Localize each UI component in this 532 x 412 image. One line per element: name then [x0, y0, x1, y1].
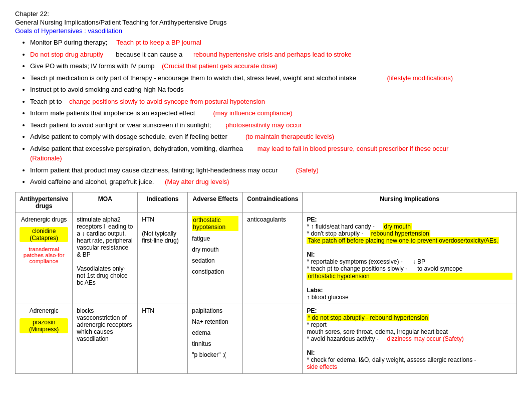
highlight-lifestyle: (lifestyle modifications): [387, 74, 453, 82]
ind-cell-1: HTN(Not typically first-line drug): [138, 213, 188, 304]
list-item-give-po: Give PO with meals; IV forms with IV pum…: [30, 61, 517, 71]
ae-edema: edema: [192, 329, 238, 336]
nursing-implications-list: Monitor BP during therapy; Teach pt to k…: [30, 38, 517, 187]
ae-constipation: constipation: [192, 268, 238, 275]
th-contra: Contraindications: [243, 192, 303, 213]
chapter-line1: Chapter 22:: [15, 10, 517, 18]
ni-side-effects: side effects: [307, 363, 337, 370]
ni-bp-down: ↓ BP: [413, 258, 425, 265]
highlight-bp-fall: may lead to fall in blood pressure, cons…: [257, 145, 449, 152]
highlight-do-not-stop: Do not stop drug abruptly: [30, 51, 103, 58]
ae-palpitations: palpitations: [192, 307, 238, 314]
list-item-dizziness: Inform patient that product may cause di…: [30, 165, 517, 175]
ni-patch-note: Take patch off before placing new one to…: [307, 237, 499, 244]
ni-cell-1: PE: * ↑ fluids/eat hard candy - dry mout…: [303, 213, 517, 304]
drug-badge-clonidine: clonidine (Catapres): [20, 227, 68, 242]
chapter-title: Chapter 22: General Nursing Implications…: [15, 10, 517, 35]
list-item-caffeine: Avoid caffeine and alcohol, grapefruit j…: [30, 177, 517, 187]
list-item-sunlight: Teach patient to avoid sunlight or wear …: [30, 120, 517, 130]
contra-cell-2: [243, 304, 303, 373]
ae-orthostatic: orthostatic hypotension: [192, 216, 238, 231]
ind-cell-2: HTN: [138, 304, 188, 373]
list-item-smoking: Instruct pt to avoid smoking and eating …: [30, 85, 517, 95]
th-ind: Indications: [138, 192, 188, 213]
ae-cell-1: orthostatic hypotension fatigue dry mout…: [188, 213, 243, 304]
list-item-do-not-stop: Do not stop drug abruptly because it can…: [30, 50, 517, 60]
list-item-dosage: Advise patient to comply with dosage sch…: [30, 132, 517, 142]
drug-badge-prazosin: prazosin (Minipress): [20, 318, 68, 333]
ae-sedation: sedation: [192, 257, 238, 264]
chapter-line2: General Nursing Implications/Patient Tea…: [15, 19, 517, 26]
highlight-safety: (Safety): [296, 166, 319, 174]
ni-do-not-stop: * do not stop abruptly - rebound hyperte…: [307, 314, 429, 321]
th-ni: Nursing Implications: [303, 192, 517, 213]
th-ae: Adverse Effects: [188, 192, 243, 213]
drug-category-1: Adrenergic drugs: [20, 216, 68, 223]
ae-fatigue: fatigue: [192, 235, 238, 242]
list-item-perspiration: Advise patient that excessive perspirati…: [30, 144, 517, 163]
drug-table: Antihypertensive drugs MOA Indications A…: [15, 192, 517, 374]
goals-title: Goals of Hypertensives : vasodilation: [15, 27, 517, 35]
drug-note-transdermal: transdermal patches also-for compliance: [20, 246, 68, 264]
ni-dry-mouth: dry mouth: [383, 223, 411, 230]
highlight-positions: change positions slowly to avoid syncope…: [69, 98, 265, 105]
moa-cell-2: blocks vasoconstriction of adrenergic re…: [73, 304, 138, 373]
list-item-impotence: Inform male patients that impotence is a…: [30, 108, 517, 118]
contra-cell-1: anticoagulants: [243, 213, 303, 304]
list-item-monitor-bp: Monitor BP during therapy; Teach pt to k…: [30, 38, 517, 48]
highlight-drug-levels: (May alter drug levels): [165, 178, 229, 185]
ae-na-retention: Na+ retention: [192, 318, 238, 325]
list-item-positions: Teach pt to change positions slowly to a…: [30, 97, 517, 107]
list-item-medication-part: Teach pt medication is only part of ther…: [30, 73, 517, 83]
ni-dizziness-safety: dizziness may occur (Safety): [387, 335, 463, 342]
ni-cell-2: PE: * do not stop abruptly - rebound hyp…: [303, 304, 517, 373]
th-antihyp: Antihypertensive drugs: [16, 192, 73, 213]
ae-p-blocker: "p blocker" ;(: [192, 351, 238, 358]
moa-cell-1: stimulate alpha2 receptors l eading to a…: [73, 213, 138, 304]
ni-rebound-htn: rebound hypertension: [370, 230, 430, 237]
table-row: Adrenergic prazosin (Minipress) blocks v…: [16, 304, 517, 373]
drug-name-cell-2: Adrenergic prazosin (Minipress): [16, 304, 73, 373]
ae-tinnitus: tinnitus: [192, 340, 238, 347]
th-moa: MOA: [73, 192, 138, 213]
drug-category-2: Adrenergic: [20, 307, 68, 314]
ae-cell-2: palpitations Na+ retention edema tinnitu…: [188, 304, 243, 373]
highlight-bp-journal: Teach pt to keep a BP journal: [116, 39, 201, 46]
highlight-photosensitivity: photosensitivity may occur: [225, 121, 302, 129]
highlight-compliance: (may influence compliance): [213, 109, 292, 117]
table-row: Adrenergic drugs clonidine (Catapres) tr…: [16, 213, 517, 304]
ae-dry-mouth: dry mouth: [192, 246, 238, 253]
highlight-accurate-dose: (Crucial that patient gets accurate dose…: [162, 62, 278, 70]
highlight-rebound-crisis: rebound hypertensive crisis and perhaps …: [193, 51, 352, 58]
drug-name-cell-1: Adrenergic drugs clonidine (Catapres) tr…: [16, 213, 73, 304]
highlight-therapeutic: (to maintain therapeutic levels): [245, 133, 334, 140]
highlight-rationale: (Rationale): [30, 154, 62, 162]
ni-ortho-hypotension: orthostatic hypotension: [307, 273, 512, 280]
